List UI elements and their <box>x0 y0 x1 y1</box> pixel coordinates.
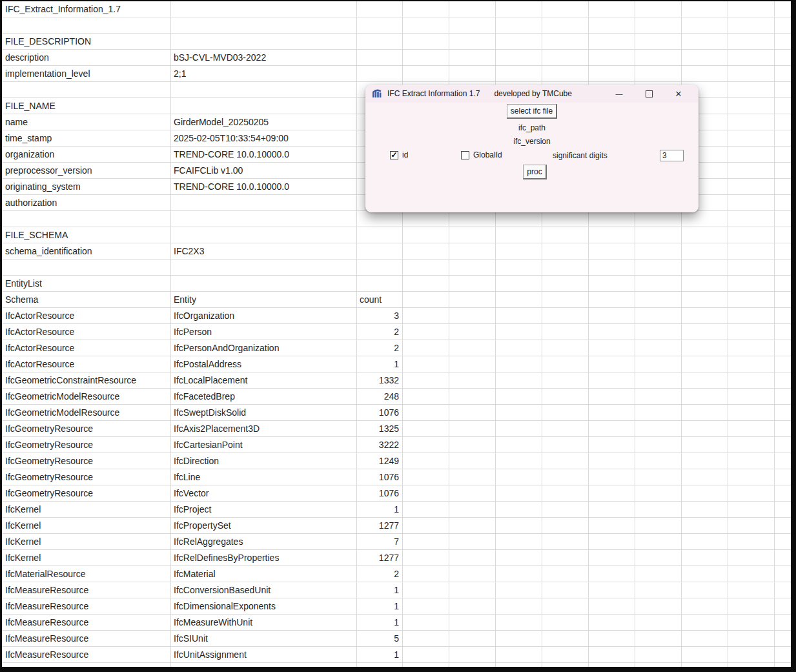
cell[interactable]: IfcGeometryResource <box>2 469 171 485</box>
cell[interactable] <box>357 276 403 291</box>
cell[interactable]: EntityList <box>2 276 171 291</box>
cell[interactable] <box>357 1 403 17</box>
cell[interactable] <box>357 34 403 49</box>
cell[interactable]: IfcActorResource <box>2 308 171 323</box>
cell[interactable]: 5 <box>357 663 403 667</box>
cell[interactable]: name <box>2 114 171 130</box>
cell[interactable] <box>357 50 403 65</box>
cell[interactable] <box>171 211 357 227</box>
cell[interactable]: IfcFacetedBrep <box>171 389 357 404</box>
cell[interactable]: schema_identification <box>2 243 171 259</box>
cell[interactable] <box>2 211 171 227</box>
cell[interactable]: FILE_SCHEMA <box>2 227 171 243</box>
cell[interactable] <box>357 243 403 259</box>
cell[interactable]: 1076 <box>357 469 403 485</box>
cell[interactable] <box>357 260 403 275</box>
cell[interactable]: IfcMeasureResource <box>2 582 171 598</box>
cell[interactable]: 2;1 <box>171 66 357 81</box>
cell[interactable] <box>171 276 357 291</box>
cell[interactable]: IfcGeometryResource <box>2 421 171 436</box>
cell[interactable]: 248 <box>357 389 403 404</box>
cell[interactable]: IfcMaterialResource <box>2 566 171 582</box>
cell[interactable] <box>2 17 171 33</box>
cell[interactable]: IfcColourRgb <box>171 663 357 667</box>
cell[interactable]: IfcMeasureResource <box>2 598 171 614</box>
cell[interactable]: IfcMaterial <box>171 566 357 582</box>
cell[interactable] <box>171 82 357 97</box>
cell[interactable]: description <box>2 50 171 65</box>
cell[interactable]: IfcSweptDiskSolid <box>171 405 357 420</box>
cell[interactable]: authorization <box>2 195 171 210</box>
cell[interactable]: IfcLine <box>171 469 357 485</box>
significant-digits-input[interactable] <box>660 150 684 161</box>
cell[interactable]: IFC_Extract_Information_1.7 <box>2 1 171 17</box>
cell[interactable]: IfcUnitAssignment <box>171 647 357 662</box>
cell[interactable]: 7 <box>357 534 403 549</box>
minimize-button[interactable]: — <box>604 85 634 103</box>
cell[interactable]: 1277 <box>357 518 403 533</box>
cell[interactable]: TREND-CORE 10.0.10000.0 <box>171 179 357 194</box>
cell[interactable]: TREND-CORE 10.0.10000.0 <box>171 147 357 162</box>
cell[interactable] <box>357 17 403 33</box>
close-button[interactable]: ✕ <box>664 85 693 103</box>
cell[interactable]: time_stamp <box>2 130 171 146</box>
cell[interactable]: IfcGeometryResource <box>2 437 171 453</box>
cell[interactable]: 1332 <box>357 372 403 388</box>
cell[interactable]: IfcSIUnit <box>171 631 357 646</box>
cell[interactable]: 1 <box>357 502 403 517</box>
cell[interactable]: IfcVector <box>171 485 357 501</box>
cell[interactable]: IfcProject <box>171 502 357 517</box>
cell[interactable]: 1325 <box>357 421 403 436</box>
proc-button[interactable]: proc <box>523 165 547 179</box>
cell[interactable]: IFC2X3 <box>171 243 357 259</box>
cell[interactable] <box>171 1 357 17</box>
cell[interactable]: 3 <box>357 308 403 323</box>
cell[interactable]: 1 <box>357 615 403 630</box>
cell[interactable]: IfcRelDefinesByProperties <box>171 550 357 565</box>
cell[interactable]: 5 <box>357 631 403 646</box>
cell[interactable]: IfcGeometricConstraintResource <box>2 372 171 388</box>
cell[interactable]: 1076 <box>357 485 403 501</box>
select-ifc-file-button[interactable]: select ifc file <box>507 104 557 119</box>
cell[interactable]: IfcRelAggregates <box>171 534 357 549</box>
cell[interactable]: originating_system <box>2 179 171 194</box>
cell[interactable]: IfcMeasureResource <box>2 647 171 662</box>
dialog-titlebar[interactable]: IFC Extract Information 1.7 developed by… <box>365 85 699 103</box>
cell[interactable]: preprocessor_version <box>2 163 171 178</box>
cell[interactable]: IfcKernel <box>2 534 171 549</box>
cell[interactable]: IfcGeometricModelResource <box>2 405 171 420</box>
cell[interactable]: IfcGeometryResource <box>2 453 171 469</box>
cell[interactable]: IfcPerson <box>171 324 357 340</box>
cell[interactable] <box>171 260 357 275</box>
cell[interactable]: organization <box>2 147 171 162</box>
cell[interactable]: IfcActorResource <box>2 340 171 356</box>
cell[interactable]: count <box>357 292 403 307</box>
cell[interactable]: IfcPersonAndOrganization <box>171 340 357 356</box>
cell[interactable]: 1 <box>357 647 403 662</box>
cell[interactable]: IfcActorResource <box>2 356 171 372</box>
cell[interactable]: IfcAxis2Placement3D <box>171 421 357 436</box>
cell[interactable]: 1277 <box>357 550 403 565</box>
cell[interactable]: IfcMeasureResource <box>2 631 171 646</box>
globalid-checkbox[interactable] <box>461 151 469 159</box>
cell[interactable]: IfcMeasureResource <box>2 615 171 630</box>
cell[interactable]: IfcMeasureWithUnit <box>171 615 357 630</box>
cell[interactable]: IfcKernel <box>2 550 171 565</box>
maximize-button[interactable] <box>634 85 664 103</box>
cell[interactable] <box>357 227 403 243</box>
cell[interactable]: 2025-02-05T10:33:54+09:00 <box>171 130 357 146</box>
cell[interactable]: 1 <box>357 598 403 614</box>
cell[interactable]: IfcKernel <box>2 518 171 533</box>
cell[interactable] <box>357 66 403 81</box>
cell[interactable]: IfcActorResource <box>2 324 171 340</box>
cell[interactable]: FILE_DESCRIPTION <box>2 34 171 49</box>
cell[interactable]: 1 <box>357 582 403 598</box>
cell[interactable]: FCAIFCLib v1.00 <box>171 163 357 178</box>
cell[interactable]: 1249 <box>357 453 403 469</box>
cell[interactable]: bSJ-CVL-MVD03-2022 <box>171 50 357 65</box>
cell[interactable]: IfcPresentationAppearanceResource <box>2 663 171 667</box>
cell[interactable]: IfcGeometryResource <box>2 485 171 501</box>
cell[interactable]: IfcPostalAddress <box>171 356 357 372</box>
cell[interactable]: IfcCartesianPoint <box>171 437 357 453</box>
cell[interactable] <box>357 211 403 227</box>
